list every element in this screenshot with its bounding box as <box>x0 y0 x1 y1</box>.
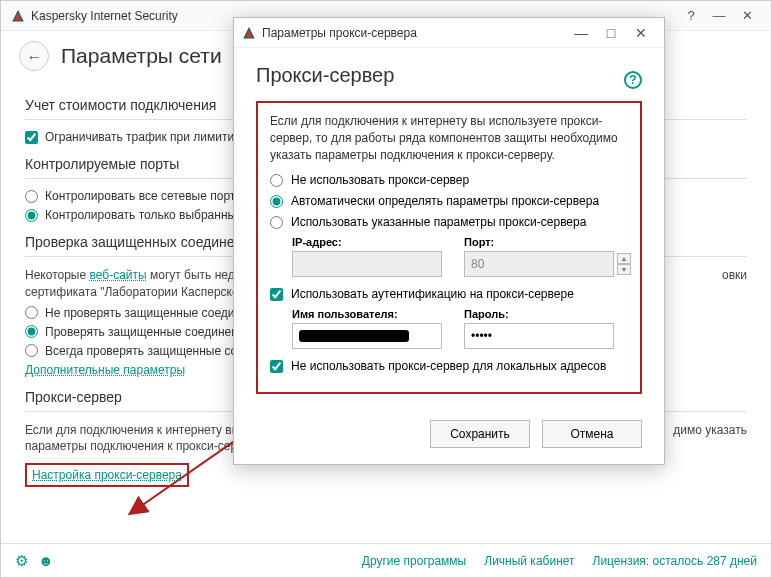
dialog-titlebar: Параметры прокси-сервера — □ ✕ <box>234 18 664 48</box>
auth-label: Использовать аутентификацию на прокси-се… <box>291 287 574 301</box>
port-input[interactable] <box>464 251 614 277</box>
page-title: Параметры сети <box>61 44 222 68</box>
dialog-maximize-icon[interactable]: □ <box>596 25 626 41</box>
username-input[interactable] <box>292 323 442 349</box>
save-button[interactable]: Сохранить <box>430 420 530 448</box>
ssl-always-radio[interactable] <box>25 344 38 357</box>
ports-all-label: Контролировать все сетевые порты <box>45 189 244 203</box>
limit-traffic-checkbox[interactable] <box>25 131 38 144</box>
proxy-auto-radio[interactable] <box>270 195 283 208</box>
auth-checkbox[interactable] <box>270 288 283 301</box>
help-icon[interactable]: ? <box>677 8 705 23</box>
ssl-no-radio[interactable] <box>25 306 38 319</box>
port-label: Порт: <box>464 236 631 248</box>
highlight-box: Если для подключения к интернету вы испо… <box>256 101 642 394</box>
bypass-local-checkbox[interactable] <box>270 360 283 373</box>
ports-all-radio[interactable] <box>25 190 38 203</box>
dialog-heading: Прокси-сервер <box>256 64 394 87</box>
redacted-username <box>299 330 409 342</box>
kaspersky-logo-icon <box>11 9 25 23</box>
bypass-local-label: Не использовать прокси-сервер для локаль… <box>291 359 606 373</box>
port-spinner[interactable]: ▲▼ <box>617 253 631 275</box>
gear-icon[interactable]: ⚙ <box>15 552 28 570</box>
proxy-manual-radio[interactable] <box>270 216 283 229</box>
ip-input[interactable] <box>292 251 442 277</box>
minimize-icon[interactable]: — <box>705 8 733 23</box>
kaspersky-logo-icon <box>242 26 256 40</box>
proxy-none-label: Не использовать прокси-сервер <box>291 173 469 187</box>
footer-other-programs[interactable]: Другие программы <box>362 554 466 568</box>
proxy-dialog: Параметры прокси-сервера — □ ✕ Прокси-се… <box>233 17 665 465</box>
ssl-yes-radio[interactable] <box>25 325 38 338</box>
ip-label: IP-адрес: <box>292 236 442 248</box>
footer: ⚙ ☻ Другие программы Личный кабинет Лице… <box>1 543 771 577</box>
back-button[interactable]: ← <box>19 41 49 71</box>
password-label: Пароль: <box>464 308 614 320</box>
proxy-none-radio[interactable] <box>270 174 283 187</box>
proxy-settings-link[interactable]: Настройка прокси-сервера <box>25 463 189 487</box>
dialog-close-icon[interactable]: ✕ <box>626 25 656 41</box>
dialog-title: Параметры прокси-сервера <box>262 26 566 40</box>
ssl-extra-link[interactable]: Дополнительные параметры <box>25 363 185 377</box>
websites-link[interactable]: веб-сайты <box>89 268 146 282</box>
proxy-manual-label: Использовать указанные параметры прокси-… <box>291 215 586 229</box>
dialog-help-icon[interactable]: ? <box>624 71 642 89</box>
footer-license[interactable]: Лицензия: осталось 287 дней <box>593 554 757 568</box>
proxy-auto-label: Автоматически определять параметры прокс… <box>291 194 599 208</box>
dialog-intro: Если для подключения к интернету вы испо… <box>270 113 628 163</box>
cancel-button[interactable]: Отмена <box>542 420 642 448</box>
footer-account[interactable]: Личный кабинет <box>484 554 574 568</box>
close-icon[interactable]: ✕ <box>733 8 761 23</box>
ports-selected-radio[interactable] <box>25 209 38 222</box>
ssl-yes-label: Проверять защищенные соединения <box>45 325 251 339</box>
support-icon[interactable]: ☻ <box>38 552 54 569</box>
username-label: Имя пользователя: <box>292 308 442 320</box>
password-input[interactable] <box>464 323 614 349</box>
dialog-minimize-icon[interactable]: — <box>566 25 596 41</box>
